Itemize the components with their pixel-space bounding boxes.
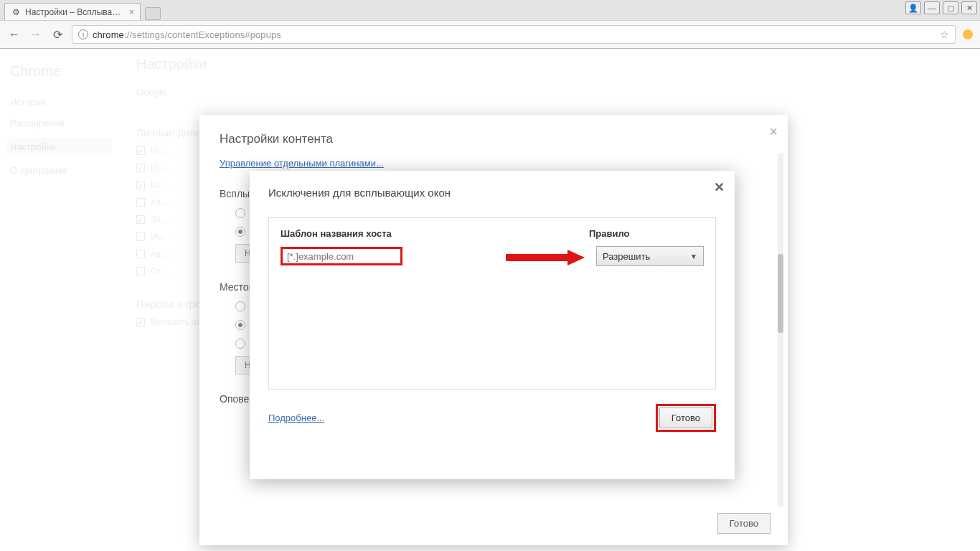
site-info-icon[interactable]: i xyxy=(78,29,88,39)
svg-rect-0 xyxy=(506,254,567,261)
radio-icon xyxy=(235,320,245,330)
reload-button[interactable]: ⟳ xyxy=(50,27,65,42)
gear-icon: ⚙ xyxy=(11,7,21,17)
maximize-icon[interactable]: ▢ xyxy=(943,1,958,14)
close-tab-icon[interactable]: × xyxy=(129,7,134,17)
minimize-icon[interactable]: — xyxy=(924,1,940,14)
forward-button[interactable]: → xyxy=(29,27,43,42)
manage-plugins-link[interactable]: Управление отдельными плагинами... xyxy=(220,158,384,169)
rule-select-value: Разрешить xyxy=(603,251,650,262)
close-icon[interactable]: ✕ xyxy=(714,179,725,195)
annotation-highlight: Готово xyxy=(656,404,716,432)
user-icon[interactable]: 👤 xyxy=(905,1,921,14)
exceptions-table: Шаблон названия хоста Правило Разрешить … xyxy=(268,217,716,390)
bookmark-star-icon[interactable]: ☆ xyxy=(940,29,949,40)
column-header-host: Шаблон названия хоста xyxy=(281,228,589,239)
extension-icon[interactable] xyxy=(963,29,973,39)
close-icon[interactable]: × xyxy=(769,123,778,140)
browser-tab[interactable]: ⚙ Настройки – Всплывающи × xyxy=(4,3,141,20)
radio-icon xyxy=(235,301,245,311)
omnibox[interactable]: i chrome://settings/contentExceptions#po… xyxy=(72,25,956,44)
window-controls: 👤 — ▢ ✕ xyxy=(905,1,977,14)
radio-icon xyxy=(235,208,245,218)
done-button-outer[interactable]: Готово xyxy=(717,513,771,534)
radio-icon xyxy=(235,339,245,349)
learn-more-link[interactable]: Подробнее... xyxy=(268,413,324,423)
rule-select[interactable]: Разрешить ▼ xyxy=(596,246,704,266)
address-bar: ← → ⟳ i chrome://settings/contentExcepti… xyxy=(0,20,980,48)
scrollbar[interactable] xyxy=(778,154,783,507)
back-button[interactable]: ← xyxy=(7,27,22,42)
scrollbar-thumb[interactable] xyxy=(778,254,783,333)
close-window-icon[interactable]: ✕ xyxy=(961,1,977,14)
annotation-arrow-icon xyxy=(506,250,585,265)
tab-title: Настройки – Всплывающи xyxy=(25,7,125,17)
radio-icon xyxy=(235,227,245,237)
tab-strip: ⚙ Настройки – Всплывающи × 👤 — ▢ ✕ xyxy=(0,0,980,20)
svg-marker-1 xyxy=(567,250,585,265)
column-header-rule: Правило xyxy=(589,228,704,239)
popup-exceptions-modal: ✕ Исключения для всплывающих окон Шаблон… xyxy=(250,171,735,479)
url-text: chrome://settings/contentExceptions#popu… xyxy=(93,29,936,40)
host-pattern-input[interactable] xyxy=(281,247,402,265)
done-button[interactable]: Готово xyxy=(659,408,712,428)
new-tab-button[interactable] xyxy=(145,7,161,20)
modal-title: Исключения для всплывающих окон xyxy=(268,187,716,199)
caret-down-icon: ▼ xyxy=(690,253,697,260)
modal-title: Настройки контента xyxy=(220,132,768,146)
